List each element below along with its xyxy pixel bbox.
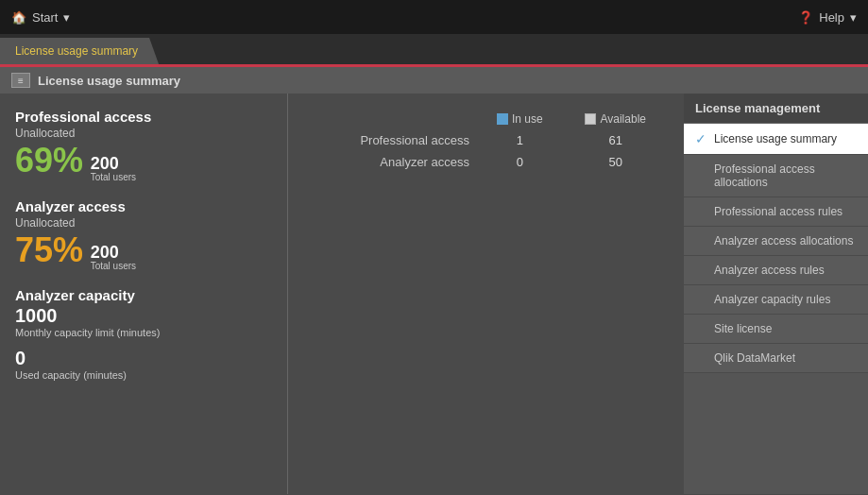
menu-item-label: Analyzer access allocations xyxy=(714,234,853,248)
capacity-value: 1000 xyxy=(15,305,272,327)
menu-item[interactable]: Analyzer access rules xyxy=(684,256,868,285)
analyzer-access-section: Analyzer access Unallocated 75% 200 Tota… xyxy=(15,198,272,273)
access-row-available: 50 xyxy=(562,151,669,173)
home-icon: 🏠 xyxy=(11,10,26,25)
capacity-monthly-label: Monthly capacity limit (minutes) xyxy=(15,327,272,338)
help-circle-icon: ❓ xyxy=(798,10,813,25)
menu-item[interactable]: Analyzer capacity rules xyxy=(684,285,868,315)
in-use-icon xyxy=(497,113,508,125)
access-row-in-use: 0 xyxy=(477,151,562,173)
menu-items-container: ✓ License usage summary Professional acc… xyxy=(684,124,868,373)
middle-panel: In use Available Professional access 1 6… xyxy=(287,94,684,494)
page-title: License usage summary xyxy=(38,74,180,88)
analyzer-access-stats: 75% 200 Total users xyxy=(15,233,272,273)
analyzer-users-stack: 200 Total users xyxy=(91,244,136,272)
right-panel-header: License management xyxy=(684,94,868,124)
analyzer-users-number: 200 xyxy=(91,244,136,261)
top-nav: 🏠 Start ▾ ❓ Help ▾ xyxy=(0,0,868,34)
in-use-header: In use xyxy=(477,109,562,129)
access-row-name: Analyzer access xyxy=(303,151,477,173)
analyzer-access-subtitle: Unallocated xyxy=(15,216,272,230)
menu-item-label: License usage summary xyxy=(714,132,837,145)
professional-users-label: Total users xyxy=(91,172,136,183)
menu-item[interactable]: Site license xyxy=(684,315,868,344)
help-label[interactable]: Help xyxy=(819,10,844,25)
nav-chevron-icon[interactable]: ▾ xyxy=(63,10,70,25)
header-icon: ≡ xyxy=(11,73,30,88)
analyzer-users-label: Total users xyxy=(91,261,136,272)
menu-item[interactable]: Professional access rules xyxy=(684,197,868,227)
right-panel: License management ✓ License usage summa… xyxy=(684,94,868,494)
main-area: Professional access Unallocated 69% 200 … xyxy=(0,94,868,494)
menu-item-label: Professional access rules xyxy=(714,205,842,218)
in-use-label: In use xyxy=(512,112,543,126)
access-row-in-use: 1 xyxy=(477,129,562,151)
start-label[interactable]: Start xyxy=(32,10,58,25)
menu-item[interactable]: ✓ License usage summary xyxy=(684,124,868,155)
tab-license-usage-summary[interactable]: License usage summary xyxy=(0,38,159,64)
professional-access-section: Professional access Unallocated 69% 200 … xyxy=(15,109,272,183)
professional-access-stats: 69% 200 Total users xyxy=(15,144,272,183)
analyzer-percent: 75% xyxy=(15,233,83,267)
access-row-name: Professional access xyxy=(303,129,477,151)
access-row-available: 61 xyxy=(562,129,669,151)
menu-item-label: Analyzer capacity rules xyxy=(714,293,830,306)
help-chevron-icon[interactable]: ▾ xyxy=(850,10,857,25)
menu-item-label: Analyzer access rules xyxy=(714,264,825,277)
menu-item-label: Professional access allocations xyxy=(714,162,857,189)
capacity-used-value: 0 xyxy=(15,348,272,369)
capacity-used-label: Used capacity (minutes) xyxy=(15,369,272,381)
tab-bar: License usage summary xyxy=(0,34,868,64)
menu-item[interactable]: Professional access allocations xyxy=(684,155,868,197)
analyzer-access-title: Analyzer access xyxy=(15,198,272,214)
available-header: Available xyxy=(562,109,669,129)
check-icon: ✓ xyxy=(695,131,708,146)
nav-left: 🏠 Start ▾ xyxy=(11,10,70,25)
professional-percent: 69% xyxy=(15,144,83,178)
left-panel: Professional access Unallocated 69% 200 … xyxy=(0,94,287,494)
menu-item-label: Qlik DataMarket xyxy=(714,351,795,365)
available-icon xyxy=(585,113,596,125)
analyzer-capacity-title: Analyzer capacity xyxy=(15,287,272,303)
professional-access-title: Professional access xyxy=(15,109,272,125)
menu-item-label: Site license xyxy=(714,322,772,335)
table-row: Professional access 1 61 xyxy=(303,129,669,151)
access-name-header xyxy=(303,109,477,129)
menu-item[interactable]: Analyzer access allocations xyxy=(684,227,868,256)
professional-users-number: 200 xyxy=(91,155,136,172)
professional-users-stack: 200 Total users xyxy=(91,155,136,183)
nav-right: ❓ Help ▾ xyxy=(798,10,857,25)
analyzer-capacity-section: Analyzer capacity 1000 Monthly capacity … xyxy=(15,287,272,381)
table-row: Analyzer access 0 50 xyxy=(303,151,669,173)
available-label: Available xyxy=(600,112,645,126)
access-table: In use Available Professional access 1 6… xyxy=(303,109,669,173)
professional-access-subtitle: Unallocated xyxy=(15,127,272,140)
page-header: ≡ License usage summary xyxy=(0,64,868,94)
menu-item[interactable]: Qlik DataMarket xyxy=(684,344,868,373)
